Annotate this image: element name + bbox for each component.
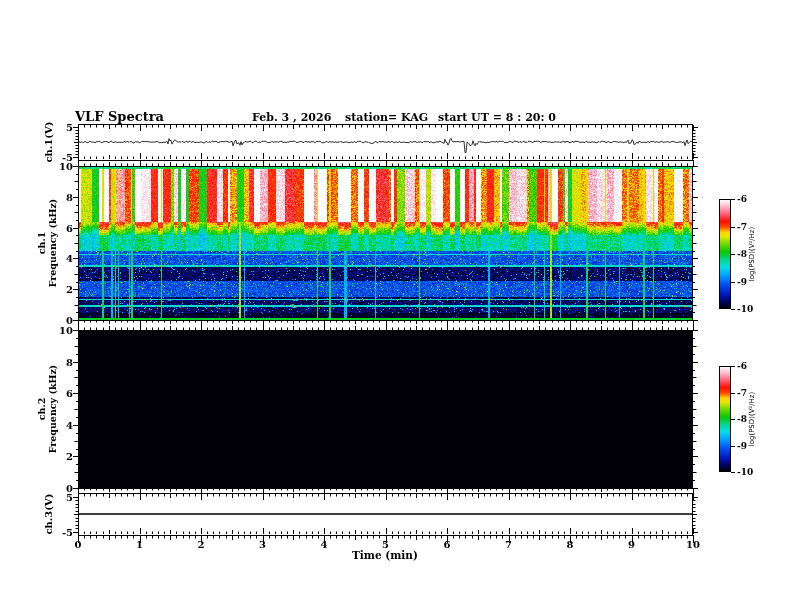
ch2-frequency-axis-title-line2: Frequency (kHz) [47,365,58,454]
ch2-frequency-axis-title-line1: ch.2 [36,365,47,454]
vlf-spectra-figure: VLF Spectra Feb. 3 , 2026 station= KAG s… [0,0,792,612]
ch1-voltage-panel [78,124,693,160]
time-axis-label: Time (min) [352,549,418,561]
colorbar-2 [719,366,731,472]
ch3-voltage-panel [78,493,693,535]
ch1-spectrogram-panel [78,166,693,320]
colorbar-1 [719,199,731,309]
header-station: station= KAG [345,111,428,124]
ch2-spectrogram-panel [78,330,693,488]
header-date: Feb. 3 , 2026 [252,111,331,124]
colorbar2-title: log(PSD)(V²/Hz) [748,392,756,447]
ch2-frequency-axis-title: ch.2 Frequency (kHz) [36,365,58,454]
header-start-ut: start UT = 8 : 20: 0 [438,111,556,124]
ch1-voltage-axis-title: ch.1(V) [43,121,54,162]
ch1-frequency-axis-title-line1: ch.1 [36,199,47,288]
ch1-frequency-axis-title: ch.1 Frequency (kHz) [36,199,58,288]
figure-title: VLF Spectra [75,109,164,124]
colorbar1-title: log(PSD)(V²/Hz) [748,227,756,282]
ch1-frequency-axis-title-line2: Frequency (kHz) [47,199,58,288]
ch3-voltage-axis-title: ch.3(V) [43,493,54,534]
